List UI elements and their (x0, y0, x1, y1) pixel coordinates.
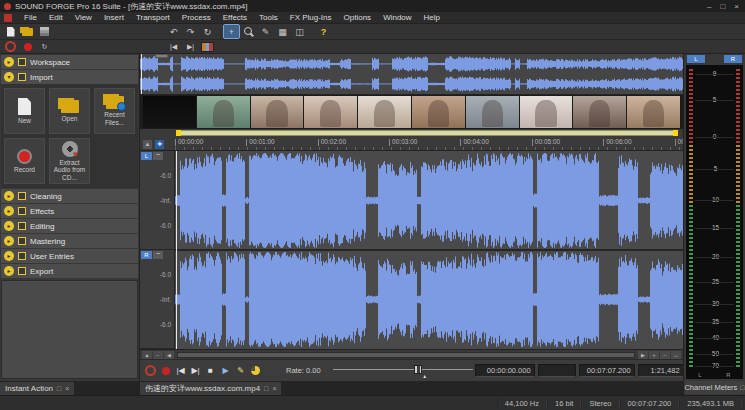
loop-playback-icon[interactable]: ↻ (37, 41, 52, 52)
close-document-icon[interactable]: × (272, 385, 276, 392)
sidebar-section-cleaning[interactable]: ▸Cleaning (1, 189, 138, 203)
maximize-button[interactable]: □ (720, 2, 725, 11)
overview-handle[interactable] (155, 54, 168, 58)
tab-instant-action[interactable]: Instant Action □ × (0, 382, 74, 395)
tab-document[interactable]: 伤速的安详www.ssdax.com.mp4 □ × (140, 382, 281, 395)
go-to-end-icon[interactable]: ▶| (183, 41, 198, 52)
float-document-icon[interactable]: □ (264, 385, 268, 392)
expand-icon[interactable]: ▸ (4, 221, 14, 231)
video-thumbnail[interactable] (251, 96, 304, 128)
edit-tool-icon[interactable]: + (224, 25, 239, 38)
selection-length-field[interactable]: 00:07:07.200 (579, 364, 635, 377)
video-thumbnail[interactable] (520, 96, 573, 128)
sidebar-section-editing[interactable]: ▸Editing (1, 219, 138, 233)
menu-edit[interactable]: Edit (43, 13, 69, 22)
tab-channel-meters[interactable]: Channel Meters □ (685, 381, 744, 394)
menu-fx-plug-ins[interactable]: FX Plug-Ins (284, 13, 338, 22)
right-channel-button[interactable]: R (141, 251, 152, 259)
event-tool-icon[interactable]: ◫ (292, 25, 307, 38)
tile-open[interactable]: Open (49, 88, 90, 134)
sidebar-section-user-entries[interactable]: ▸User Entries (1, 249, 138, 263)
menu-effects[interactable]: Effects (217, 13, 253, 22)
cursor-position-field[interactable]: 00:00:00.000 (475, 364, 535, 377)
rate-slider-thumb[interactable] (414, 365, 422, 374)
envelope-tool-icon[interactable]: ▦ (275, 25, 290, 38)
sidebar-section-mastering[interactable]: ▸Mastering (1, 234, 138, 248)
menu-insert[interactable]: Insert (98, 13, 130, 22)
float-meters-icon[interactable]: □ (740, 384, 744, 391)
video-thumbnail[interactable] (197, 96, 250, 128)
scroll-right-icon[interactable]: ▶ (638, 351, 648, 359)
pencil-edit-button[interactable]: ✎ (234, 364, 247, 377)
meter-right-button[interactable]: R (724, 55, 742, 63)
loop-region-button[interactable] (249, 364, 262, 377)
scroll-left-icon[interactable]: ◀ (164, 351, 174, 359)
tile-extract-audio-from-cd[interactable]: Extract Audio from CD... (49, 138, 90, 184)
record-icon[interactable] (20, 41, 35, 52)
zoom-in-icon[interactable]: + (649, 351, 659, 359)
arm-record-button[interactable] (144, 364, 157, 377)
save-file-icon[interactable] (37, 25, 52, 38)
selection-end-field[interactable] (538, 364, 576, 377)
go-to-start-icon[interactable]: |◀ (166, 41, 181, 52)
app-menu-icon[interactable] (4, 14, 12, 22)
menu-options[interactable]: Options (338, 13, 378, 22)
arm-record-icon[interactable] (3, 41, 18, 52)
meter-display[interactable]: 950-5-10-15-20-25-30-35-40-50-70 L R (686, 65, 743, 379)
record-button[interactable] (159, 364, 172, 377)
expand-icon[interactable]: ▸ (4, 206, 14, 216)
redo-icon[interactable]: ↷ (183, 25, 198, 38)
sample-count-field[interactable]: 1:21,482 (638, 364, 684, 377)
stop-button[interactable]: ■ (204, 364, 217, 377)
video-thumbnail[interactable] (412, 96, 465, 128)
zoom-out-icon[interactable]: − (660, 351, 670, 359)
stereo-waveform[interactable] (175, 151, 683, 349)
sidebar-section-effects[interactable]: ▸Effects (1, 204, 138, 218)
new-file-icon[interactable] (3, 25, 18, 38)
video-preview-icon[interactable] (200, 41, 215, 52)
pencil-tool-icon[interactable]: ✎ (258, 25, 273, 38)
go-to-end-button[interactable]: ▶| (189, 364, 202, 377)
meter-left-button[interactable]: L (687, 55, 705, 63)
scrollbar-track[interactable] (177, 352, 635, 358)
open-file-icon[interactable] (20, 25, 35, 38)
go-to-start-button[interactable]: |◀ (174, 364, 187, 377)
scrollbar-thumb[interactable] (178, 353, 634, 357)
menu-window[interactable]: Window (377, 13, 417, 22)
waveform-overview[interactable] (140, 54, 683, 95)
menu-file[interactable]: File (18, 13, 43, 22)
collapse-icon[interactable]: ▾ (4, 72, 14, 82)
menu-tools[interactable]: Tools (253, 13, 284, 22)
expand-icon[interactable]: ▸ (4, 191, 14, 201)
video-thumbnail[interactable] (304, 96, 357, 128)
rate-slider[interactable]: ▲ (333, 364, 473, 377)
zoom-fit-icon[interactable]: ↔ (671, 351, 681, 359)
left-channel-minimize-button[interactable]: − (153, 152, 163, 160)
move-tool-icon[interactable]: ✚ (155, 140, 164, 149)
close-pane-icon[interactable]: × (65, 385, 69, 392)
menu-view[interactable]: View (69, 13, 98, 22)
video-thumbnail[interactable] (573, 96, 626, 128)
magnify-tool-icon[interactable] (241, 25, 256, 38)
time-ruler[interactable]: ▲ ✚ 00:00:0000:01:0000:02:0000:03:0000:0… (140, 138, 683, 151)
scroll-up-icon[interactable]: ▲ (142, 351, 152, 359)
help-icon[interactable]: ? (316, 25, 331, 38)
video-thumbnail[interactable] (143, 96, 196, 128)
right-channel-minimize-button[interactable]: − (153, 251, 163, 259)
video-thumbnail[interactable] (466, 96, 519, 128)
play-button[interactable]: ▶ (219, 364, 232, 377)
eject-icon[interactable]: ▲ (143, 140, 152, 149)
expand-icon[interactable]: ▸ (4, 251, 14, 261)
video-thumbnail[interactable] (358, 96, 411, 128)
menu-transport[interactable]: Transport (130, 13, 176, 22)
scroll-collapse-icon[interactable]: − (153, 351, 163, 359)
minimize-button[interactable]: – (707, 2, 711, 11)
video-thumbnail[interactable] (627, 96, 680, 128)
menu-help[interactable]: Help (418, 13, 446, 22)
sidebar-section-import[interactable]: ▾Import (1, 70, 138, 84)
left-channel-button[interactable]: L (141, 152, 152, 160)
loop-region-bar[interactable] (176, 130, 678, 136)
sidebar-section-workspace[interactable]: ▸Workspace (1, 55, 138, 69)
expand-icon[interactable]: ▸ (4, 266, 14, 276)
menu-process[interactable]: Process (176, 13, 217, 22)
